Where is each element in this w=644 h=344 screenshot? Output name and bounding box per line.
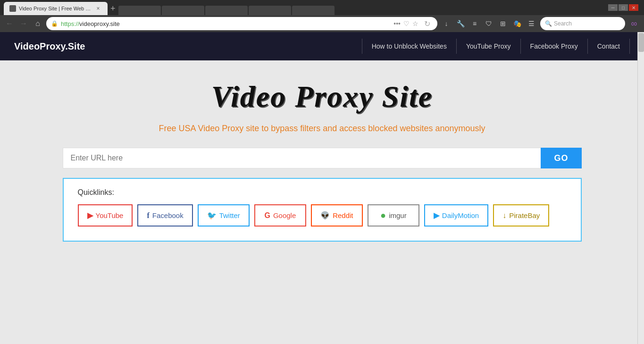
- infinity-icon[interactable]: ∞: [628, 17, 640, 30]
- site-navigation: VideoProxy.Site How to Unblock Websites …: [0, 32, 644, 60]
- quicklink-dailymotion[interactable]: ▶ DailyMotion: [424, 204, 488, 227]
- nav-link-facebook-proxy[interactable]: Facebook Proxy: [521, 39, 588, 54]
- site-brand[interactable]: VideoProxy.Site: [14, 41, 362, 52]
- piratebay-icon: ↓: [502, 211, 506, 220]
- extra-tabs: [118, 6, 606, 15]
- nav-link-unblock[interactable]: How to Unblock Websites: [362, 39, 457, 54]
- inactive-tab[interactable]: [118, 6, 161, 15]
- bookmark-icon[interactable]: ♡: [403, 20, 410, 27]
- grid-icon[interactable]: ⊞: [497, 17, 509, 30]
- inactive-tab[interactable]: [205, 6, 248, 15]
- maximize-button[interactable]: □: [619, 4, 628, 11]
- quicklink-imgur[interactable]: ● imgur: [368, 204, 419, 227]
- security-icon: 🔒: [51, 20, 58, 27]
- inactive-tab[interactable]: [249, 6, 291, 15]
- reddit-icon: 👽: [320, 211, 330, 220]
- page-title: Video Proxy Site: [211, 79, 433, 114]
- youtube-icon: ▶: [87, 211, 93, 220]
- tab-close-button[interactable]: ×: [94, 5, 102, 12]
- tools-icon[interactable]: 🔧: [454, 17, 467, 30]
- address-bar[interactable]: 🔒 https://videoproxy.site ••• ♡ ☆ ↻: [46, 17, 437, 30]
- forward-button[interactable]: →: [18, 18, 29, 29]
- toolbar-icons: ↓ 🔧 ≡ 🛡 ⊞ 🎭 ☰: [440, 17, 537, 30]
- tab-strip: Video Proxy Site | Free Web Proxy t... ×…: [4, 0, 606, 15]
- search-box[interactable]: 🔍 Search: [540, 17, 625, 30]
- nav-link-contact[interactable]: Contact: [588, 39, 630, 54]
- url-input-section: GO: [63, 148, 582, 168]
- browser-titlebar: Video Proxy Site | Free Web Proxy t... ×…: [0, 0, 644, 15]
- browser-toolbar: ← → ⌂ 🔒 https://videoproxy.site ••• ♡ ☆ …: [0, 15, 644, 32]
- imgur-icon: ●: [380, 210, 386, 221]
- quicklinks-section: Quicklinks: ▶ YouTube f Facebook 🐦 Twitt…: [63, 178, 582, 242]
- site-subtitle: Free USA Video Proxy site to bypass filt…: [159, 124, 485, 134]
- inactive-tab[interactable]: [292, 6, 335, 15]
- search-icon: 🔍: [545, 20, 552, 27]
- quicklink-google[interactable]: G Google: [254, 204, 306, 227]
- inactive-tab[interactable]: [162, 6, 204, 15]
- facebook-icon: f: [147, 211, 149, 220]
- close-window-button[interactable]: ✕: [629, 4, 638, 11]
- star-icon[interactable]: ☆: [412, 20, 418, 27]
- quicklink-youtube[interactable]: ▶ YouTube: [78, 204, 133, 227]
- download-icon[interactable]: ↓: [440, 17, 452, 30]
- quicklinks-label: Quicklinks:: [78, 188, 567, 197]
- dailymotion-icon: ▶: [434, 211, 439, 220]
- active-tab[interactable]: Video Proxy Site | Free Web Proxy t... ×: [4, 2, 108, 15]
- nav-link-youtube-proxy[interactable]: YouTube Proxy: [457, 39, 521, 54]
- quicklinks-buttons: ▶ YouTube f Facebook 🐦 Twitter G Google …: [78, 204, 567, 227]
- url-input[interactable]: [63, 148, 541, 168]
- scrollbar-thumb[interactable]: [638, 33, 644, 52]
- quicklink-facebook[interactable]: f Facebook: [137, 204, 192, 227]
- more-options-icon[interactable]: •••: [393, 20, 401, 27]
- search-input[interactable]: Search: [554, 20, 620, 27]
- url-display: https://videoproxy.site: [61, 20, 391, 27]
- new-tab-button[interactable]: +: [108, 2, 118, 15]
- quicklink-twitter[interactable]: 🐦 Twitter: [198, 204, 250, 227]
- back-button[interactable]: ←: [4, 18, 15, 29]
- quicklink-piratebay[interactable]: ↓ PirateBay: [493, 204, 549, 227]
- nav-links: How to Unblock Websites YouTube Proxy Fa…: [362, 39, 630, 54]
- tab-favicon: [9, 5, 16, 12]
- reload-button[interactable]: ↻: [421, 18, 433, 29]
- tab-title: Video Proxy Site | Free Web Proxy t...: [19, 6, 92, 11]
- google-icon: G: [264, 211, 270, 220]
- main-content: Video Proxy Site Free USA Video Proxy si…: [0, 60, 644, 344]
- puzzle-icon[interactable]: 🎭: [511, 17, 523, 30]
- go-button[interactable]: GO: [541, 148, 581, 168]
- home-button[interactable]: ⌂: [32, 18, 43, 29]
- scrollbar[interactable]: [637, 32, 644, 344]
- library-icon[interactable]: ≡: [468, 17, 481, 30]
- quicklink-reddit[interactable]: 👽 Reddit: [311, 204, 363, 227]
- shield-icon[interactable]: 🛡: [483, 17, 495, 30]
- menu-icon[interactable]: ☰: [525, 17, 537, 30]
- minimize-button[interactable]: ─: [608, 4, 618, 11]
- twitter-icon: 🐦: [207, 211, 217, 220]
